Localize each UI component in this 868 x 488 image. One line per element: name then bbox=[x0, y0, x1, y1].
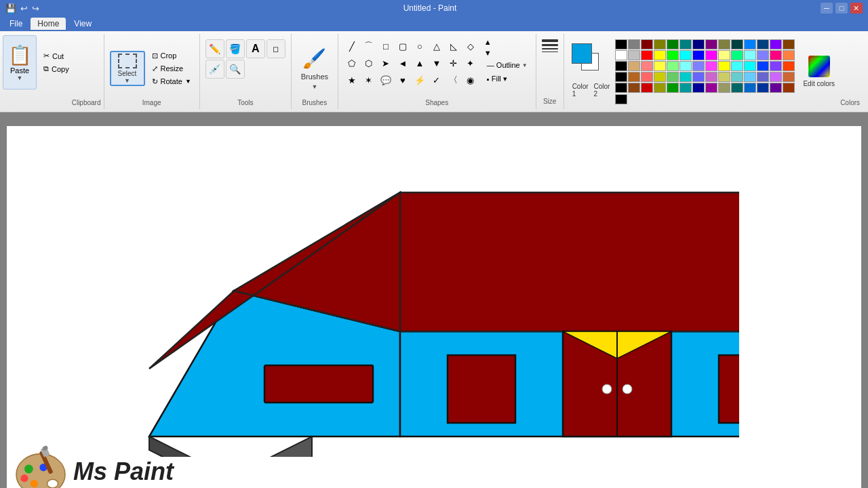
resize-button[interactable]: ⤢ Resize bbox=[149, 63, 194, 75]
black-swatch[interactable] bbox=[615, 94, 627, 104]
paste-button[interactable]: 📋 Paste ▼ bbox=[3, 35, 37, 89]
pencil-tool[interactable]: ✏️ bbox=[205, 39, 224, 58]
color-swatch-4[interactable] bbox=[667, 39, 679, 49]
curve-shape[interactable]: ⌒ bbox=[361, 38, 377, 54]
color-swatch-26[interactable] bbox=[770, 50, 782, 60]
color-swatch-53[interactable] bbox=[757, 72, 769, 82]
color-swatch-48[interactable] bbox=[692, 72, 705, 82]
minimize-button[interactable]: ─ bbox=[821, 3, 833, 14]
color-swatch-38[interactable] bbox=[744, 61, 756, 71]
color-swatch-44[interactable] bbox=[641, 72, 653, 82]
color-swatch-46[interactable] bbox=[667, 72, 679, 82]
shapes-scroll-down[interactable]: ▼ bbox=[484, 49, 492, 57]
color-swatch-41[interactable] bbox=[783, 61, 795, 71]
rounded-rect-shape[interactable]: ▢ bbox=[395, 38, 411, 54]
down-arrow-shape[interactable]: ▼ bbox=[429, 55, 445, 71]
star6-shape[interactable]: ✶ bbox=[361, 72, 377, 88]
color-swatch-64[interactable] bbox=[718, 83, 730, 93]
color-swatch-68[interactable] bbox=[770, 83, 782, 93]
eraser-tool[interactable]: ◻ bbox=[267, 39, 285, 58]
four-arrow-shape[interactable]: ✛ bbox=[446, 55, 462, 71]
color-swatch-49[interactable] bbox=[705, 72, 717, 82]
star5-shape[interactable]: ★ bbox=[344, 72, 360, 88]
color-swatch-43[interactable] bbox=[628, 72, 640, 82]
line-shape[interactable]: ╱ bbox=[344, 38, 360, 54]
check-shape[interactable]: ✓ bbox=[429, 72, 445, 88]
color-swatch-39[interactable] bbox=[757, 61, 769, 71]
color-swatch-29[interactable] bbox=[628, 61, 640, 71]
color-swatch-23[interactable] bbox=[731, 50, 743, 60]
color-swatch-27[interactable] bbox=[783, 50, 795, 60]
color-swatch-18[interactable] bbox=[667, 50, 679, 60]
shapes-scroll-up[interactable]: ▲ bbox=[484, 38, 492, 46]
select-button[interactable]: Select ▼ bbox=[110, 51, 145, 86]
color-swatch-69[interactable] bbox=[783, 83, 795, 93]
pentagon-shape[interactable]: ⬠ bbox=[344, 55, 360, 71]
rotate-button[interactable]: ↻ Rotate ▼ bbox=[149, 76, 194, 87]
diamond-shape[interactable]: ◇ bbox=[462, 38, 479, 54]
color-picker-tool[interactable]: 💉 bbox=[205, 60, 224, 79]
magnifier-tool[interactable]: 🔍 bbox=[226, 60, 245, 79]
color-swatch-12[interactable] bbox=[770, 39, 782, 49]
color-swatch-19[interactable] bbox=[679, 50, 692, 60]
color-swatch-9[interactable] bbox=[731, 39, 743, 49]
color-swatch-30[interactable] bbox=[641, 61, 653, 71]
color-swatch-66[interactable] bbox=[744, 83, 756, 93]
outline-button[interactable]: — Outline ▼ bbox=[484, 60, 530, 70]
color-swatch-50[interactable] bbox=[718, 72, 730, 82]
color-swatch-8[interactable] bbox=[718, 39, 730, 49]
color-swatch-34[interactable] bbox=[692, 61, 705, 71]
home-tab[interactable]: Home bbox=[31, 18, 66, 30]
copy-button[interactable]: ⧉ Copy bbox=[41, 63, 72, 75]
callout-shape[interactable]: 💬 bbox=[378, 72, 394, 88]
color1-box[interactable] bbox=[572, 43, 592, 64]
color-swatch-10[interactable] bbox=[744, 39, 756, 49]
color-swatch-17[interactable] bbox=[654, 50, 666, 60]
maximize-button[interactable]: □ bbox=[835, 3, 848, 14]
redo-quick-btn[interactable]: ↪ bbox=[32, 3, 39, 14]
edit-colors-button[interactable]: Edit colors bbox=[800, 53, 837, 90]
color-swatch-28[interactable] bbox=[615, 61, 627, 71]
color-swatch-3[interactable] bbox=[654, 39, 666, 49]
triangle-shape[interactable]: △ bbox=[429, 38, 445, 54]
ellipse-shape[interactable]: ○ bbox=[412, 38, 428, 54]
color-swatch-7[interactable] bbox=[705, 39, 717, 49]
view-tab[interactable]: View bbox=[67, 18, 98, 30]
right-triangle-shape[interactable]: ◺ bbox=[446, 38, 462, 54]
cut-button[interactable]: ✂ Cut bbox=[41, 50, 72, 62]
color-swatch-65[interactable] bbox=[731, 83, 743, 93]
color-swatch-42[interactable] bbox=[615, 72, 627, 82]
color-swatch-25[interactable] bbox=[757, 50, 769, 60]
color-swatch-15[interactable] bbox=[628, 50, 640, 60]
color-swatch-62[interactable] bbox=[692, 83, 705, 93]
color-swatch-24[interactable] bbox=[744, 50, 756, 60]
save-quick-btn[interactable]: 💾 bbox=[5, 3, 16, 14]
color-swatch-47[interactable] bbox=[679, 72, 692, 82]
fill-button[interactable]: ▪ Fill ▾ bbox=[484, 73, 530, 85]
color-swatch-63[interactable] bbox=[705, 83, 717, 93]
color-swatch-0[interactable] bbox=[615, 39, 627, 49]
color-swatch-52[interactable] bbox=[744, 72, 756, 82]
extra-shape[interactable]: ◉ bbox=[462, 72, 479, 88]
color-swatch-67[interactable] bbox=[757, 83, 769, 93]
color-swatch-16[interactable] bbox=[641, 50, 653, 60]
color-swatch-1[interactable] bbox=[628, 39, 640, 49]
color-swatch-59[interactable] bbox=[654, 83, 666, 93]
color-swatch-36[interactable] bbox=[718, 61, 730, 71]
color-swatch-32[interactable] bbox=[667, 61, 679, 71]
file-tab[interactable]: File bbox=[3, 18, 29, 30]
color-swatch-40[interactable] bbox=[770, 61, 782, 71]
color-swatch-33[interactable] bbox=[679, 61, 692, 71]
fill-tool[interactable]: 🪣 bbox=[226, 39, 245, 58]
text-tool[interactable]: A bbox=[246, 39, 265, 58]
color-swatch-61[interactable] bbox=[679, 83, 692, 93]
color-swatch-31[interactable] bbox=[654, 61, 666, 71]
color-swatch-54[interactable] bbox=[770, 72, 782, 82]
undo-quick-btn[interactable]: ↩ bbox=[20, 3, 28, 14]
color-swatch-57[interactable] bbox=[628, 83, 640, 93]
color-swatch-6[interactable] bbox=[692, 39, 705, 49]
right-arrow-shape[interactable]: ➤ bbox=[378, 55, 394, 71]
close-button[interactable]: ✕ bbox=[850, 3, 863, 14]
brushes-button[interactable]: 🖌️ Brushes ▼ bbox=[297, 45, 332, 92]
canvas-area[interactable]: Ms Paint bbox=[0, 113, 868, 488]
